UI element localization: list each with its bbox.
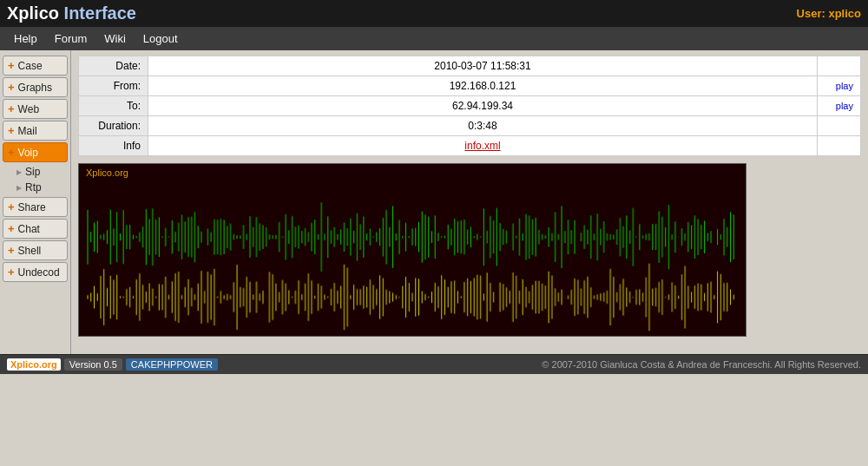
- sidebar-sip-label: Sip: [25, 166, 40, 178]
- nav-forum[interactable]: Forum: [46, 29, 96, 49]
- app-title: Xplico Interface: [7, 3, 136, 23]
- row-info: Info info.xml: [79, 136, 861, 156]
- row-to: To: 62.94.199.34 play: [79, 96, 861, 116]
- sidebar-label-case: Case: [18, 60, 43, 72]
- footer-logo: Xplico.org: [7, 358, 61, 371]
- sidebar-voip-sub: Sip Rtp: [0, 164, 70, 195]
- sidebar-undecod[interactable]: +Undecod: [0, 262, 70, 282]
- version-num: 0.5: [104, 359, 117, 370]
- content-area: Date: 2010-03-07 11:58:31 From: 192.168.…: [71, 50, 868, 354]
- from-label: From:: [79, 76, 148, 96]
- sidebar: +Case +Graphs +Web +Mail +Voip Sip Rtp +…: [0, 50, 71, 354]
- row-from: From: 192.168.0.121 play: [79, 76, 861, 96]
- sidebar-case[interactable]: +Case: [0, 56, 70, 75]
- sidebar-shell[interactable]: +Shell: [0, 240, 70, 260]
- username: xplico: [828, 7, 861, 20]
- title-xplico: Xplico: [7, 3, 59, 23]
- waveform-container: Xplico.org: [78, 163, 746, 337]
- nav-help[interactable]: Help: [5, 29, 46, 49]
- sidebar-label-voip: Voip: [18, 147, 38, 159]
- footer-cake: CAKEPHPPOWER: [126, 358, 218, 371]
- footer-logo-x: Xplico: [10, 359, 39, 370]
- sidebar-voip[interactable]: +Voip Sip Rtp: [0, 142, 70, 195]
- date-value: 2010-03-07 11:58:31: [148, 56, 818, 76]
- sidebar-sip[interactable]: Sip: [12, 164, 70, 180]
- nav-wiki[interactable]: Wiki: [95, 29, 135, 49]
- sidebar-mail[interactable]: +Mail: [0, 121, 70, 141]
- sidebar-label-share: Share: [18, 201, 46, 213]
- sidebar-graphs[interactable]: +Graphs: [0, 77, 70, 97]
- from-value: 192.168.0.121: [148, 76, 818, 96]
- user-info: User: xplico: [797, 7, 861, 20]
- sidebar-rtp[interactable]: Rtp: [12, 180, 70, 195]
- cake-label: CAKEPHPPOWER: [131, 359, 213, 370]
- nav-bar: Help Forum Wiki Logout: [0, 27, 868, 50]
- sidebar-label-undecod: Undecod: [18, 266, 60, 279]
- duration-label: Duration:: [79, 116, 148, 136]
- version-label: Version: [69, 359, 102, 370]
- footer-left: Xplico.org Version 0.5 CAKEPHPPOWER: [7, 358, 218, 371]
- sidebar-label-mail: Mail: [18, 125, 37, 137]
- sidebar-share[interactable]: +Share: [0, 197, 70, 217]
- sidebar-label-web: Web: [18, 103, 39, 115]
- to-value: 62.94.199.34: [148, 96, 818, 116]
- nav-logout[interactable]: Logout: [135, 29, 187, 49]
- footer-copyright: © 2007-2010 Gianluca Costa & Andrea de F…: [542, 359, 861, 370]
- play-to-button[interactable]: play: [836, 101, 853, 111]
- row-date: Date: 2010-03-07 11:58:31: [79, 56, 861, 76]
- info-label: Info: [79, 136, 148, 156]
- date-label: Date:: [79, 56, 148, 76]
- play-from-button[interactable]: play: [836, 81, 853, 91]
- header: Xplico Interface User: xplico: [0, 0, 868, 27]
- footer: Xplico.org Version 0.5 CAKEPHPPOWER © 20…: [0, 354, 868, 374]
- sidebar-label-graphs: Graphs: [18, 82, 52, 94]
- waveform-canvas: [79, 164, 746, 336]
- user-label: User:: [797, 7, 825, 20]
- info-xml-link[interactable]: info.xml: [464, 140, 500, 152]
- row-duration: Duration: 0:3:48: [79, 116, 861, 136]
- sidebar-chat[interactable]: +Chat: [0, 219, 70, 239]
- waveform-label: Xplico.org: [86, 167, 128, 178]
- main-layout: +Case +Graphs +Web +Mail +Voip Sip Rtp +…: [0, 50, 868, 354]
- to-label: To:: [79, 96, 148, 116]
- footer-logo-org: .org: [39, 359, 57, 370]
- info-table: Date: 2010-03-07 11:58:31 From: 192.168.…: [78, 56, 861, 156]
- sidebar-web[interactable]: +Web: [0, 99, 70, 119]
- duration-value: 0:3:48: [148, 116, 818, 136]
- sidebar-rtp-label: Rtp: [25, 181, 42, 194]
- sidebar-label-shell: Shell: [18, 245, 42, 257]
- title-interface: Interface: [59, 3, 136, 23]
- footer-version: Version 0.5: [64, 358, 122, 371]
- sidebar-label-chat: Chat: [18, 223, 40, 235]
